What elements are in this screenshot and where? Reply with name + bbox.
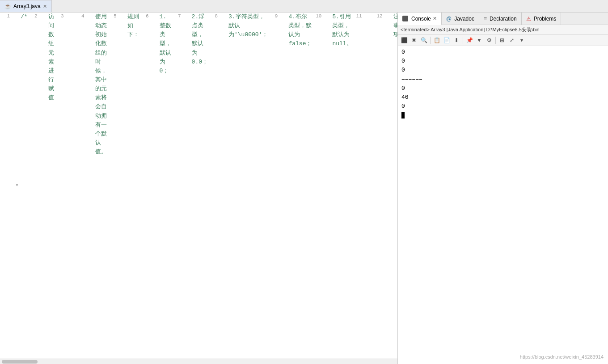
line-content: 4.布尔类型，默认为false； xyxy=(288,13,312,359)
scroll-button[interactable]: ⬇ xyxy=(452,36,461,45)
console-tab-javadoc[interactable]: @ Javadoc xyxy=(442,13,479,25)
terminated-label: <terminated> Array3 [Java Application] D… xyxy=(401,27,540,32)
watermark: https://blog.csdn.net/weixin_45283914 xyxy=(520,354,604,360)
collapse-gutter xyxy=(221,13,228,359)
collapse-gutter xyxy=(120,13,127,359)
console-output-line: 0 xyxy=(401,84,604,93)
stop-button[interactable]: ⬛ xyxy=(400,36,409,45)
code-line: 5 规则如下： xyxy=(107,13,139,359)
console-icon xyxy=(402,16,408,21)
console-tab-label: Declaration xyxy=(490,16,517,22)
javadoc-icon: @ xyxy=(446,16,452,22)
java-file-icon: ☕ xyxy=(4,3,11,9)
toolbar-sep-3 xyxy=(495,37,496,44)
remove-button[interactable]: ✖ xyxy=(410,36,418,45)
search-button[interactable]: 🔍 xyxy=(419,36,428,45)
console-output-line: ====== xyxy=(401,75,604,84)
line-content: 注意事项： xyxy=(393,13,398,359)
collapse-gutter xyxy=(41,13,48,359)
copy-button[interactable]: 📋 xyxy=(432,36,441,45)
line-number: 3 xyxy=(54,13,68,359)
line-number: 5 xyxy=(107,13,120,359)
console-output-line: 0 xyxy=(401,66,604,75)
collapse-gutter xyxy=(88,13,95,359)
paste-button[interactable]: 📄 xyxy=(442,36,451,45)
line-content: 访问数组元素进行赋值 xyxy=(48,13,54,359)
code-line: 12 注意事项： xyxy=(373,13,398,359)
console-output-line: 0 xyxy=(401,102,604,111)
code-line: 10 5.引用类型，默认为null。 xyxy=(312,13,352,359)
line-number: 11 xyxy=(352,13,366,359)
line-number: 8 xyxy=(208,13,221,359)
collapse-gutter[interactable]: ▾ xyxy=(13,13,21,359)
editor-wrapper: 1 ▾ /* 2 访问数组元素进行赋值 3 4 使用动态初始化数组的时候，其中的… xyxy=(0,13,397,359)
console-tab-console[interactable]: Console ✕ xyxy=(398,13,442,25)
code-line: 2 访问数组元素进行赋值 xyxy=(28,13,54,359)
scrollbar-thumb[interactable] xyxy=(2,360,38,364)
line-number: 6 xyxy=(139,13,152,359)
toolbar-sep-1 xyxy=(430,37,431,44)
declaration-icon: ≡ xyxy=(484,16,487,22)
console-toolbar: ⬛ ✖ 🔍 📋 📄 ⬇ 📌 ▼ ⚙ ⊞ ⤢ ▾ xyxy=(398,35,608,46)
code-line: 9 4.布尔类型，默认为false； xyxy=(268,13,312,359)
console-output-line: 0 xyxy=(401,48,604,57)
console-tab-label: Console xyxy=(411,16,431,22)
line-content: 1.整数类型，默认为0； xyxy=(160,13,171,359)
problems-icon: ⚠ xyxy=(526,16,531,22)
options-button[interactable]: ⚙ xyxy=(485,36,494,45)
editor-tab-label: Array3.java xyxy=(13,3,41,9)
line-content: 使用动态初始化数组的时候，其中的元素将会自动拥有一个默认值。 xyxy=(95,13,107,359)
collapse-gutter xyxy=(366,13,373,359)
line-number: 1 xyxy=(0,13,13,359)
editor-scrollbar[interactable] xyxy=(0,359,397,364)
more-button[interactable]: ▼ xyxy=(475,36,484,45)
line-content: 2.浮点类型，默认为0.0； xyxy=(192,13,208,359)
console-tab-declaration[interactable]: ≡ Declaration xyxy=(479,13,522,25)
pin-button[interactable]: 📌 xyxy=(465,36,474,45)
editor-tab[interactable]: ☕ Array3.java ✕ xyxy=(0,0,52,12)
code-area: 1 ▾ /* 2 访问数组元素进行赋值 3 4 使用动态初始化数组的时候，其中的… xyxy=(0,13,397,359)
code-line: 1 ▾ /* xyxy=(0,13,28,359)
code-editor[interactable]: 1 ▾ /* 2 访问数组元素进行赋值 3 4 使用动态初始化数组的时候，其中的… xyxy=(0,13,398,364)
console-panel: Console ✕ @ Javadoc ≡ Declaration ⚠ Prob… xyxy=(398,13,608,364)
line-content: 3.字符类型，默认为'\u0000'； xyxy=(228,13,268,359)
console-output-line: 46 xyxy=(401,93,604,102)
console-tab-label: Problems xyxy=(534,16,557,22)
console-header: <terminated> Array3 [Java Application] D… xyxy=(398,25,608,35)
float-button[interactable]: ⤢ xyxy=(507,36,516,45)
tab-close-icon[interactable]: ✕ xyxy=(43,4,47,9)
line-number: 10 xyxy=(312,13,325,359)
collapse-gutter xyxy=(281,13,288,359)
line-number: 7 xyxy=(171,13,185,359)
console-output-line xyxy=(401,111,604,120)
line-number: 4 xyxy=(75,13,88,359)
line-content: 5.引用类型，默认为null。 xyxy=(332,13,352,359)
collapse-gutter xyxy=(152,13,160,359)
dropdown-button[interactable]: ▾ xyxy=(517,36,526,45)
main-area: 1 ▾ /* 2 访问数组元素进行赋值 3 4 使用动态初始化数组的时候，其中的… xyxy=(0,13,608,364)
console-tabs: Console ✕ @ Javadoc ≡ Declaration ⚠ Prob… xyxy=(398,13,608,25)
collapse-gutter xyxy=(68,13,75,359)
line-number: 9 xyxy=(268,13,281,359)
collapse-gutter xyxy=(386,13,393,359)
console-output[interactable]: 0 0 0 ====== 0 46 0 xyxy=(398,46,608,364)
code-line: 11 xyxy=(352,13,373,359)
console-tab-problems[interactable]: ⚠ Problems xyxy=(522,13,562,25)
collapse-gutter xyxy=(185,13,192,359)
line-content: 规则如下： xyxy=(127,13,139,359)
collapse-gutter xyxy=(325,13,332,359)
code-line: 8 3.字符类型，默认为'\u0000'； xyxy=(208,13,268,359)
tab-bar: ☕ Array3.java ✕ xyxy=(0,0,608,13)
layout-button[interactable]: ⊞ xyxy=(498,36,507,45)
code-line: 3 xyxy=(54,13,75,359)
console-tab-close[interactable]: ✕ xyxy=(433,16,437,21)
console-tab-label: Javadoc xyxy=(454,16,474,22)
code-line: 4 使用动态初始化数组的时候，其中的元素将会自动拥有一个默认值。 xyxy=(75,13,107,359)
code-line: 7 2.浮点类型，默认为0.0； xyxy=(171,13,208,359)
code-line: 6 1.整数类型，默认为0； xyxy=(139,13,171,359)
line-content: /* xyxy=(21,13,28,359)
console-output-line: 0 xyxy=(401,57,604,66)
line-number: 12 xyxy=(373,13,386,359)
line-number: 2 xyxy=(28,13,41,359)
toolbar-sep-2 xyxy=(463,37,463,44)
